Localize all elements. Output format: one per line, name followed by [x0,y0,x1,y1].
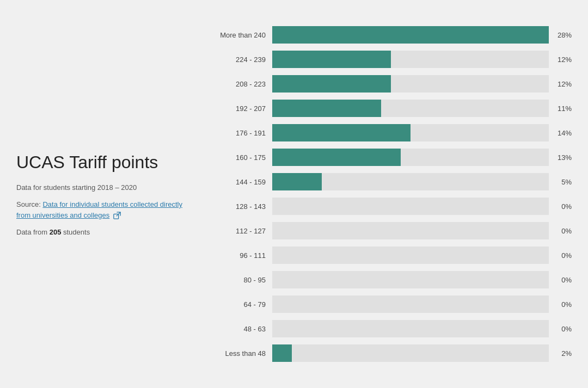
students-count: 205 [50,228,62,236]
bar-pct-label: 28% [549,31,572,39]
bar-fill [272,344,292,362]
bar-fill [272,26,549,44]
bar-fill [272,100,381,117]
bar-label: 224 - 239 [212,56,272,64]
bar-fill [272,75,391,93]
bar-fill [272,149,401,166]
page-container: UCAS Tariff points Data for students sta… [0,0,588,388]
bar-track [272,247,549,264]
bar-pct-label: 0% [549,276,572,284]
bar-label: 64 - 79 [212,300,272,309]
bar-row: 96 - 1110% [212,244,572,267]
bar-row: More than 24028% [212,23,572,46]
bar-track [272,124,549,141]
students-text: Data from 205 students [16,228,196,236]
left-panel: UCAS Tariff points Data for students sta… [16,152,212,236]
bar-label: 112 - 127 [212,227,272,235]
bar-label: 48 - 63 [212,325,272,333]
bar-pct-label: 2% [549,349,572,358]
bar-pct-label: 0% [549,300,572,309]
bar-label: More than 240 [212,31,272,39]
bar-label: 208 - 223 [212,80,272,88]
external-link-icon [113,212,121,219]
bar-pct-label: 13% [549,153,572,162]
bar-pct-label: 0% [549,202,572,211]
bar-track [272,198,549,215]
bar-fill [272,173,322,190]
bar-track [272,222,549,239]
bar-row: 48 - 630% [212,317,572,340]
bar-row: 112 - 1270% [212,219,572,242]
bar-label: 80 - 95 [212,276,272,284]
bar-pct-label: 12% [549,56,572,64]
bar-pct-label: 12% [549,80,572,88]
bar-pct-label: 0% [549,325,572,333]
bar-label: 192 - 207 [212,104,272,113]
students-prefix: Data from [16,228,50,236]
bar-row: 160 - 17513% [212,146,572,169]
bar-track [272,75,549,93]
bar-row: 208 - 22312% [212,72,572,95]
bar-track [272,295,549,313]
bar-track [272,149,549,166]
chart-panel: More than 24028%224 - 23912%208 - 22312%… [212,23,572,365]
bar-track [272,51,549,68]
bar-row: 192 - 20711% [212,97,572,120]
students-suffix: students [61,228,90,236]
bar-pct-label: 5% [549,178,572,186]
bar-label: 144 - 159 [212,178,272,186]
bar-label: 176 - 191 [212,129,272,137]
data-subtitle: Data for students starting 2018 – 2020 [16,183,196,192]
bar-row: 224 - 23912% [212,48,572,71]
bar-row: 128 - 1430% [212,195,572,218]
bar-track [272,320,549,337]
bar-label: Less than 48 [212,349,272,358]
bar-row: 80 - 950% [212,268,572,291]
chart-title: UCAS Tariff points [16,152,196,173]
bar-pct-label: 0% [549,227,572,235]
bar-fill [272,51,391,68]
bar-row: 64 - 790% [212,293,572,316]
bar-row: Less than 482% [212,342,572,365]
source-prefix: Source: [16,200,42,208]
bar-fill [272,124,411,141]
bar-pct-label: 11% [549,104,572,113]
bar-pct-label: 0% [549,251,572,260]
bar-pct-label: 14% [549,129,572,137]
bar-track [272,271,549,288]
bar-track [272,100,549,117]
bar-label: 128 - 143 [212,202,272,211]
bar-track [272,173,549,190]
bar-label: 96 - 111 [212,251,272,260]
bar-track [272,344,549,362]
source-text: Source: Data for individual students col… [16,199,196,220]
bar-track [272,26,549,44]
bar-label: 160 - 175 [212,153,272,162]
bar-row: 176 - 19114% [212,121,572,144]
bar-row: 144 - 1595% [212,170,572,193]
